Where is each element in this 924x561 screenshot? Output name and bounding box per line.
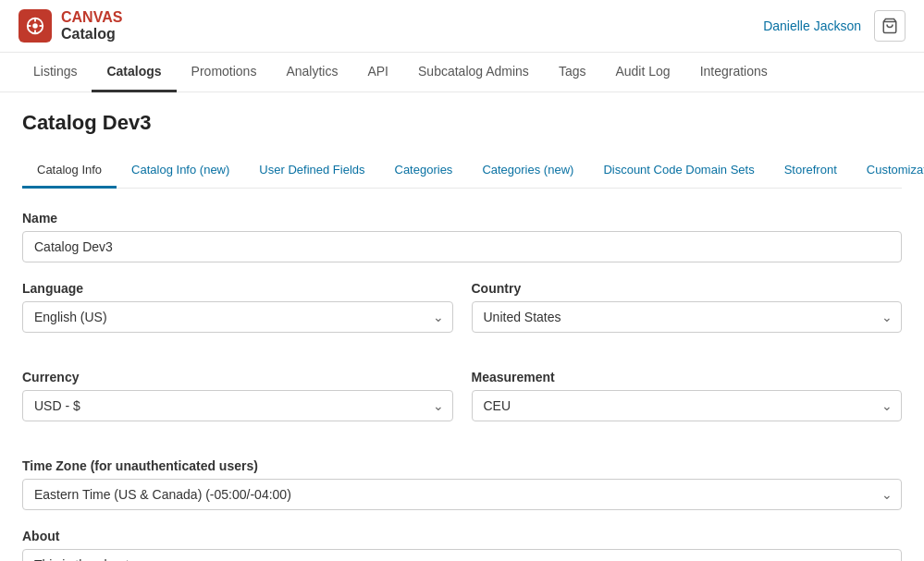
language-select-wrap: English (US) ⌄	[22, 301, 453, 333]
country-select-wrap: United States ⌄	[472, 301, 903, 333]
main-nav: Listings Catalogs Promotions Analytics A…	[0, 53, 924, 92]
timezone-label: Time Zone (for unauthenticated users)	[22, 458, 902, 473]
country-label: Country	[472, 281, 903, 296]
page-title: Catalog Dev3	[22, 111, 902, 135]
measurement-group: Measurement CEU ⌄	[472, 370, 903, 421]
tab-user-defined-fields[interactable]: User Defined Fields	[244, 153, 379, 189]
tab-catalog-info[interactable]: Catalog Info	[22, 153, 117, 189]
top-header: CANVAS Catalog Danielle Jackson	[0, 0, 924, 53]
about-label: About	[22, 529, 902, 543]
currency-label: Currency	[22, 370, 453, 384]
nav-item-analytics[interactable]: Analytics	[271, 53, 352, 92]
nav-item-listings[interactable]: Listings	[18, 53, 92, 92]
user-profile-link[interactable]: Danielle Jackson	[763, 18, 861, 33]
measurement-label: Measurement	[472, 370, 903, 384]
cart-button[interactable]	[874, 10, 906, 42]
nav-item-promotions[interactable]: Promotions	[177, 53, 272, 92]
tab-customizations[interactable]: Customizations	[852, 153, 924, 189]
language-select[interactable]: English (US)	[22, 301, 453, 333]
nav-item-subcatalog-admins[interactable]: Subcatalog Admins	[403, 53, 544, 92]
measurement-select[interactable]: CEU	[472, 390, 903, 421]
timezone-group: Time Zone (for unauthenticated users) Ea…	[22, 458, 902, 510]
currency-measurement-row: Currency USD - $ ⌄ Measurement CEU ⌄	[22, 370, 902, 440]
nav-item-tags[interactable]: Tags	[544, 53, 601, 92]
timezone-select[interactable]: Eastern Time (US & Canada) (-05:00/-04:0…	[22, 479, 902, 510]
logo-catalog-label: Catalog	[61, 26, 122, 43]
country-select[interactable]: United States	[472, 301, 903, 333]
svg-point-1	[32, 23, 38, 29]
currency-group: Currency USD - $ ⌄	[22, 370, 453, 421]
canvas-logo-icon	[18, 9, 52, 43]
tab-storefront[interactable]: Storefront	[770, 153, 852, 189]
tab-discount-code-domain-sets[interactable]: Discount Code Domain Sets	[588, 153, 769, 189]
nav-item-api[interactable]: API	[352, 53, 403, 92]
language-country-row: Language English (US) ⌄ Country United S…	[22, 281, 902, 351]
logo-area: CANVAS Catalog	[18, 9, 122, 43]
nav-item-catalogs[interactable]: Catalogs	[92, 53, 176, 92]
logo-canvas-label: CANVAS	[61, 9, 122, 26]
timezone-select-wrap: Eastern Time (US & Canada) (-05:00/-04:0…	[22, 479, 902, 510]
tab-categories[interactable]: Categories	[380, 153, 468, 189]
name-group: Name	[22, 211, 902, 262]
about-group: About	[22, 529, 902, 561]
language-group: Language English (US) ⌄	[22, 281, 453, 333]
language-label: Language	[22, 281, 453, 296]
header-right: Danielle Jackson	[763, 10, 906, 42]
country-group: Country United States ⌄	[472, 281, 903, 333]
tabs-bar: Catalog Info Catalog Info (new) User Def…	[22, 153, 902, 189]
name-label: Name	[22, 211, 902, 226]
logo-text: CANVAS Catalog	[61, 9, 122, 42]
measurement-select-wrap: CEU ⌄	[472, 390, 903, 421]
tab-categories-new[interactable]: Categories (new)	[467, 153, 588, 189]
nav-item-integrations[interactable]: Integrations	[685, 53, 782, 92]
catalog-info-form: Name Language English (US) ⌄ Country Uni…	[22, 211, 902, 561]
tab-catalog-info-new[interactable]: Catalog Info (new)	[117, 153, 244, 189]
about-input[interactable]	[22, 549, 902, 561]
currency-select-wrap: USD - $ ⌄	[22, 390, 453, 421]
page-content: Catalog Dev3 Catalog Info Catalog Info (…	[0, 92, 924, 561]
nav-item-audit-log[interactable]: Audit Log	[600, 53, 684, 92]
currency-select[interactable]: USD - $	[22, 390, 453, 421]
name-input[interactable]	[22, 231, 902, 262]
